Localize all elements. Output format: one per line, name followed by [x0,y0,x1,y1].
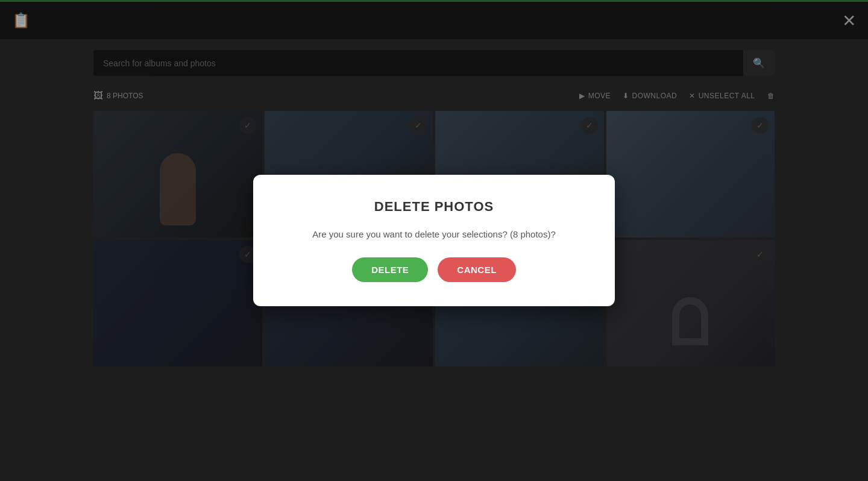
modal-buttons: DELETE CANCEL [352,257,516,282]
delete-modal: DELETE PHOTOS Are you sure you want to d… [253,175,615,306]
modal-overlay: DELETE PHOTOS Are you sure you want to d… [0,0,868,481]
delete-button[interactable]: DELETE [352,257,428,282]
modal-title: DELETE PHOTOS [374,199,494,215]
cancel-button[interactable]: CANCEL [438,257,516,282]
modal-body: Are you sure you want to delete your sel… [312,229,556,239]
